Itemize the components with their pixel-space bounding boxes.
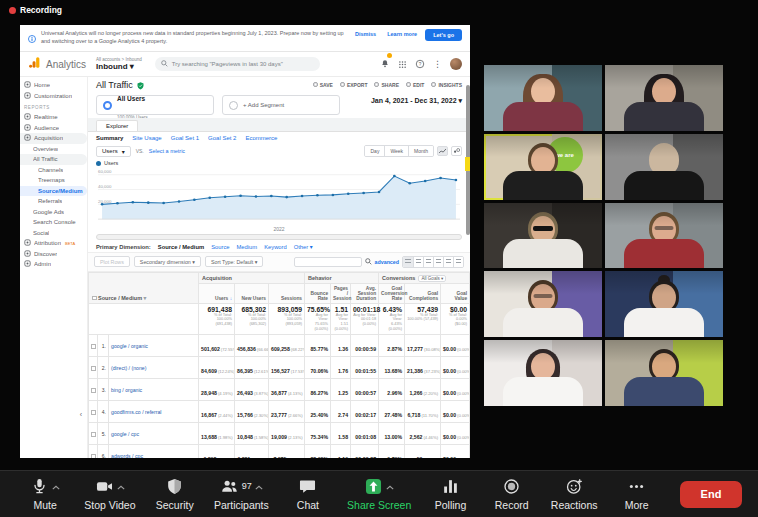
table-search-input[interactable] (294, 257, 362, 267)
video-tile-woman-hair-bun-navy-wall[interactable] (605, 271, 723, 337)
dimension-source-medium[interactable]: Source / Medium (158, 244, 204, 250)
sidebar-item-source-medium[interactable]: Source/Medium (20, 186, 87, 197)
sidebar-item-admin[interactable]: Admin (20, 259, 87, 270)
chart-scrubber[interactable] (96, 234, 462, 240)
column-header-goal-conversion-rate[interactable]: Goal Conversion Rate (379, 283, 405, 303)
sort-type-select[interactable]: Sort Type: Default ▾ (205, 256, 263, 267)
row-checkbox[interactable] (91, 410, 96, 415)
sidebar-item-search-console[interactable]: Search Console (20, 217, 87, 228)
dismiss-link[interactable]: Dismiss (355, 31, 376, 37)
export-button[interactable]: EXPORT (340, 82, 368, 88)
column-header-goal-value[interactable]: Goal Value (441, 283, 470, 303)
sidebar-item-treemaps[interactable]: Treemaps (20, 175, 87, 186)
toolbar-participants-button[interactable]: 97Participants (214, 477, 269, 511)
lets-go-button[interactable]: Let's go (425, 29, 462, 41)
source-medium-link[interactable]: google / cpc (109, 423, 199, 445)
granularity-month-button[interactable]: Month (408, 146, 433, 156)
chevron-up-icon[interactable] (386, 480, 394, 492)
column-header-source-medium[interactable]: Source / Medium ▾ (89, 272, 199, 303)
sidebar-item-acquisition[interactable]: Acquisition (20, 133, 87, 144)
sidebar-item-audience[interactable]: Audience (20, 123, 87, 134)
avatar[interactable] (450, 58, 462, 70)
dimension-option-keyword[interactable]: Keyword (264, 244, 287, 250)
pivot-view-icon[interactable] (453, 257, 463, 267)
sidebar-item-customization[interactable]: Customization (20, 91, 87, 102)
sidebar-item-google-ads[interactable]: Google Ads (20, 207, 87, 218)
sidebar-item-realtime[interactable]: Realtime (20, 112, 87, 123)
column-header-bounce-rate[interactable]: Bounce Rate (305, 283, 331, 303)
summary-link-summary[interactable]: Summary (96, 135, 123, 141)
toolbar-record-button[interactable]: Record (490, 477, 534, 511)
dimension-option-other[interactable]: Other ▾ (294, 244, 313, 250)
toolbar-reactions-button[interactable]: Reactions (551, 477, 598, 511)
chevron-up-icon[interactable] (255, 480, 263, 492)
video-tile-woman-brown-hair-office[interactable] (484, 65, 602, 131)
metric-select[interactable]: Users ▾ (96, 146, 131, 157)
collapse-sidebar-icon[interactable]: ‹ (80, 411, 82, 418)
sidebar-item-discover[interactable]: Discover (20, 249, 87, 260)
performance-view-icon[interactable] (423, 257, 433, 267)
apps-grid-icon[interactable] (398, 55, 407, 73)
column-header-avg-session-duration[interactable]: Avg. Session Duration (351, 283, 379, 303)
toolbar-stop-video-button[interactable]: Stop Video (84, 477, 135, 511)
dimension-option-medium[interactable]: Medium (237, 244, 258, 250)
secondary-dimension-select[interactable]: Secondary dimension ▾ (134, 256, 201, 267)
row-checkbox[interactable] (91, 388, 96, 393)
comparison-view-icon[interactable] (433, 257, 443, 267)
source-medium-link[interactable]: bing / organic (109, 379, 199, 401)
select-all-checkbox[interactable] (92, 296, 97, 301)
data-view-icon[interactable] (403, 257, 413, 267)
column-header-pages-session[interactable]: Pages / Session (331, 283, 351, 303)
summary-link-ecommerce[interactable]: Ecommerce (245, 135, 277, 141)
summary-link-goal-set-1[interactable]: Goal Set 1 (171, 135, 199, 141)
tab-explorer[interactable]: Explorer (96, 120, 138, 131)
row-checkbox[interactable] (91, 432, 96, 437)
column-header-goal-completions[interactable]: Goal Completions (405, 283, 441, 303)
chevron-up-icon[interactable] (117, 480, 125, 492)
toolbar-share-screen-button[interactable]: Share Screen (347, 477, 411, 511)
column-header-users[interactable]: Users ↓ (199, 283, 235, 303)
segment-chip-all-users[interactable]: All Users 100.00% Users (96, 95, 214, 115)
overflow-dots-icon[interactable]: ⋮ (433, 59, 442, 69)
sidebar-item-channels[interactable]: Channels (20, 165, 87, 176)
granularity-day-button[interactable]: Day (365, 146, 384, 156)
toolbar-chat-button[interactable]: Chat (286, 477, 330, 511)
date-range-selector[interactable]: Jan 4, 2021 - Dec 31, 2022 ▾ (371, 95, 462, 105)
source-medium-link[interactable]: goodfirms.co / referral (109, 401, 199, 423)
select-a-metric[interactable]: Select a metric (149, 148, 185, 154)
motion-chart-view-icon[interactable] (451, 146, 462, 156)
share-button[interactable]: SHARE (374, 82, 399, 88)
summary-link-site-usage[interactable]: Site Usage (132, 135, 161, 141)
toolbar-mute-button[interactable]: Mute (23, 477, 67, 511)
row-checkbox[interactable] (91, 454, 96, 458)
account-selector[interactable]: All accounts > Inbound Inbound ▾ (96, 57, 142, 72)
source-medium-link[interactable]: google / organic (109, 335, 199, 357)
sidebar-item-home[interactable]: Home (20, 80, 87, 91)
notifications-bell-icon[interactable] (380, 55, 390, 73)
row-checkbox[interactable] (91, 344, 96, 349)
sidebar-item-referrals[interactable]: Referrals (20, 196, 87, 207)
edit-button[interactable]: EDIT (406, 82, 424, 88)
save-button[interactable]: SAVE (313, 82, 333, 88)
toolbar-more-button[interactable]: More (615, 477, 659, 511)
video-tile-man-black-tshirt-we-are-backdrop[interactable]: we are (484, 134, 602, 200)
sidebar-item-attribution[interactable]: AttributionBETA (20, 238, 87, 249)
sidebar-item-overview[interactable]: Overview (20, 144, 87, 155)
term-cloud-view-icon[interactable] (443, 257, 453, 267)
video-tile-man-sunglasses-white-jacket[interactable] (484, 203, 602, 269)
video-tile-woman-dark-bob-thinking[interactable] (484, 340, 602, 406)
chevron-up-icon[interactable] (52, 480, 60, 492)
end-meeting-button[interactable]: End (680, 481, 742, 508)
all-goals-select[interactable]: All Goals ▾ (418, 275, 446, 282)
source-medium-link[interactable]: adwords / cpc (109, 445, 199, 459)
learn-more-link[interactable]: Learn more (387, 31, 417, 37)
source-medium-link[interactable]: (direct) / (none) (109, 357, 199, 379)
dimension-option-source[interactable]: Source (211, 244, 229, 250)
toolbar-security-button[interactable]: Security (153, 477, 197, 511)
search-input[interactable]: Try searching "Pageviews in last 30 days… (155, 57, 320, 71)
video-tile-bald-man-monochrome-office[interactable] (605, 134, 723, 200)
video-tile-woman-long-dark-hair-kitchen[interactable] (605, 65, 723, 131)
column-header-sessions[interactable]: Sessions (269, 283, 305, 303)
line-chart-view-icon[interactable] (437, 146, 448, 156)
sidebar-item-all-traffic[interactable]: All Traffic (20, 154, 87, 165)
